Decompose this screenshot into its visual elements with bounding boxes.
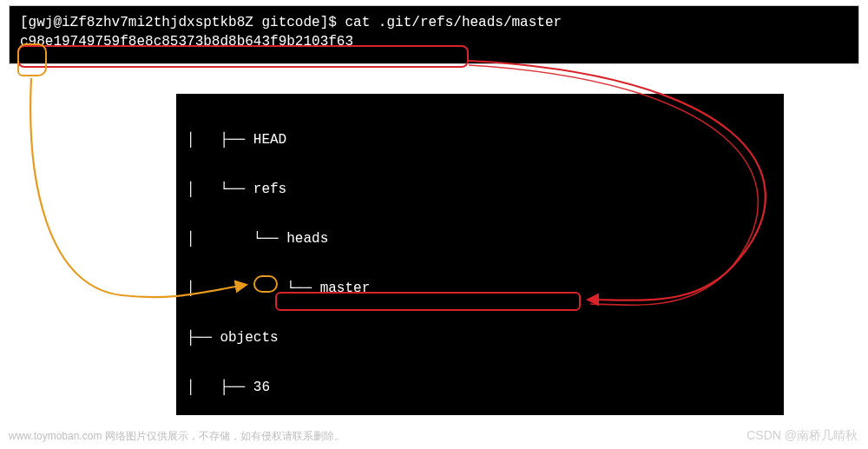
terminal-sha-line: c98e19749759f8e8c85373b8d8b643f9b2103f63 <box>20 32 848 51</box>
terminal-tree-output: │ ├── HEAD │ └── refs │ └── heads │ └── … <box>176 94 784 415</box>
tree-line: │ └── heads <box>187 231 784 248</box>
tree-line: ├── objects <box>187 330 784 347</box>
tree-line: │ ├── HEAD <box>187 132 784 149</box>
tree-line: │ └── master <box>187 281 784 297</box>
watermark-left: www.toymoban.com 网络图片仅供展示，不存储，如有侵权请联系删除。 <box>9 429 345 444</box>
terminal-prompt-line: [gwj@iZf8zhv7mi2thjdxsptkb8Z gitcode]$ c… <box>20 13 848 32</box>
tree-line: │ ├── 36 <box>187 380 784 396</box>
tree-line: │ └── refs <box>187 182 784 198</box>
terminal-top-output: [gwj@iZf8zhv7mi2thjdxsptkb8Z gitcode]$ c… <box>9 5 859 64</box>
watermark-right: CSDN @南桥几晴秋 <box>746 428 858 444</box>
